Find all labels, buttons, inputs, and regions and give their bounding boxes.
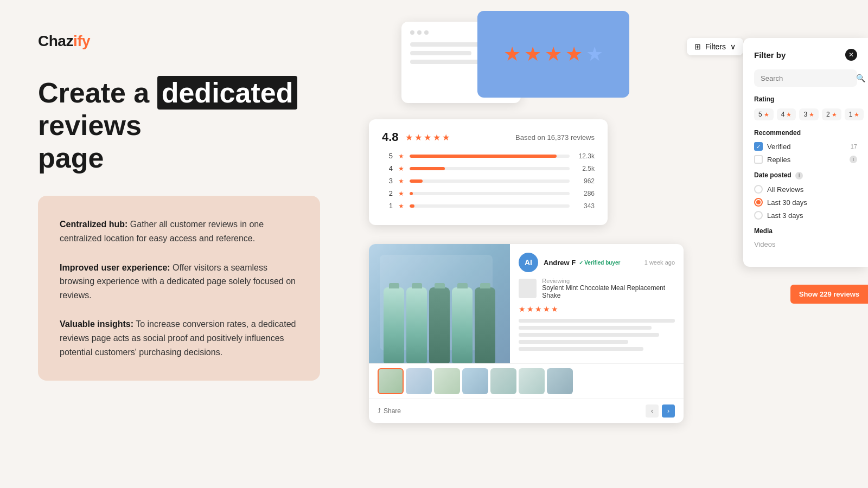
bar-label-1: 1 [382, 202, 393, 210]
browser-line-2 [410, 51, 471, 55]
bar-count-3: 962 [575, 177, 595, 185]
last-30-days-radio-row: Last 30 days [754, 198, 857, 207]
bar-label-3: 3 [382, 177, 393, 185]
media-filter-section: Media Videos [754, 227, 857, 248]
replies-label: Replies [767, 156, 843, 164]
filter-search-box[interactable]: 🔍 [754, 69, 857, 87]
review-line-4 [519, 340, 628, 344]
chip-2star[interactable]: 2 ★ [822, 108, 841, 120]
thumbnail-2[interactable] [406, 368, 432, 394]
bar-track-2[interactable] [410, 192, 570, 195]
reviewing-label: Reviewing [542, 278, 675, 284]
last-3-days-label: Last 3 days [767, 211, 803, 220]
bar-row-5: 5 ★ 12.3k [382, 152, 595, 160]
rating-filter-section: Rating 5 ★ 4 ★ 3 ★ 2 ★ 1 ★ [754, 95, 857, 120]
bar-track-5[interactable] [410, 155, 570, 158]
page-wrapper: Chazify Create a dedicated reviewspage C… [0, 0, 868, 488]
recommended-filter-title: Recommended [754, 129, 857, 137]
verified-badge: ✓ Verified buyer [579, 260, 620, 266]
verified-checkbox[interactable]: ✓ [754, 142, 763, 151]
chip-5star[interactable]: 5 ★ [754, 108, 774, 120]
media-filter-title: Media [754, 227, 857, 235]
search-icon: 🔍 [856, 74, 865, 82]
filter-search-input[interactable] [761, 74, 852, 82]
rating-chips: 5 ★ 4 ★ 3 ★ 2 ★ 1 ★ [754, 108, 857, 120]
rs-1: ★ [405, 132, 413, 143]
show-reviews-button[interactable]: Show 229 reviews [790, 285, 868, 304]
rev-star-2: ★ [527, 305, 534, 313]
prev-arrow[interactable]: ‹ [646, 404, 659, 418]
rating-total: Based on 16,373 reviews [515, 133, 595, 142]
bar-star-3: ★ [398, 177, 404, 185]
rating-score: 4.8 [382, 130, 399, 144]
share-button[interactable]: ⤴ Share [378, 407, 401, 415]
bottle-4 [452, 287, 473, 363]
filter-close-button[interactable]: ✕ [845, 49, 857, 61]
rs-5: ★ [442, 132, 450, 143]
replies-checkbox[interactable] [754, 155, 763, 164]
thumbnail-7[interactable] [547, 368, 573, 394]
dot-3 [424, 30, 429, 35]
thumbnail-4[interactable] [462, 368, 488, 394]
nav-arrows: ‹ › [646, 404, 675, 418]
all-reviews-radio-row: All Reviews [754, 185, 857, 194]
thumbnail-6[interactable] [519, 368, 545, 394]
verified-label: Verified buyer [584, 260, 620, 266]
chip-1star[interactable]: 1 ★ [845, 108, 864, 120]
thumbnail-3[interactable] [434, 368, 460, 394]
thumbnail-5[interactable] [490, 368, 516, 394]
features-box: Centralized hub: Gather all customer rev… [38, 196, 320, 381]
reviewer-row: AI Andrew F ✓ Verified buyer 1 week ago [519, 253, 675, 272]
rating-stars: ★ ★ ★ ★ ★ [405, 132, 450, 143]
review-product-image [369, 244, 510, 363]
star-2: ★ [524, 43, 541, 66]
feature-centralized-title: Centralized hub: [60, 220, 127, 229]
bar-row-4: 4 ★ 2.5k [382, 164, 595, 172]
all-reviews-radio[interactable] [754, 185, 763, 194]
chip-3star[interactable]: 3 ★ [799, 108, 819, 120]
bar-row-2: 2 ★ 286 [382, 189, 595, 197]
rating-filter-title: Rating [754, 95, 857, 103]
bar-track-4[interactable] [410, 167, 570, 170]
date-info-icon: i [795, 172, 803, 179]
check-icon: ✓ [579, 260, 583, 266]
last-3-days-radio[interactable] [754, 211, 763, 220]
bar-count-5: 12.3k [575, 152, 595, 160]
review-image-section: AI Andrew F ✓ Verified buyer 1 week ago [369, 244, 684, 363]
thumbnail-1[interactable] [378, 368, 404, 394]
bar-track-3[interactable] [410, 179, 570, 183]
filters-trigger[interactable]: ⊞ Filters ∨ [687, 38, 743, 55]
rating-bars: 5 ★ 12.3k 4 ★ 2.5k 3 ★ 962 2 ★ [382, 152, 595, 210]
last-30-days-radio[interactable] [754, 198, 763, 207]
bar-fill-4 [410, 167, 445, 170]
reviewer-info: Andrew F ✓ Verified buyer [544, 259, 639, 267]
bar-fill-3 [410, 179, 423, 183]
rev-star-1: ★ [519, 305, 526, 313]
review-line-1 [519, 319, 675, 323]
review-line-3 [519, 333, 659, 337]
page-headline: Create a dedicated reviewspage [38, 77, 320, 174]
feature-insights: Valuable insights: To increase conversio… [60, 317, 298, 359]
verified-label: Verified [767, 143, 846, 151]
left-section: Chazify Create a dedicated reviewspage C… [0, 0, 358, 488]
review-line-5 [519, 347, 643, 351]
reviewer-name-text: Andrew F [544, 259, 576, 267]
stars-illustration-card: ★ ★ ★ ★ ★ [477, 11, 629, 98]
next-arrow[interactable]: › [662, 404, 675, 418]
share-icon: ⤴ [378, 407, 381, 415]
review-card: AI Andrew F ✓ Verified buyer 1 week ago [369, 244, 684, 423]
product-name: Soylent Mint Chocolate Meal Replacement … [542, 284, 675, 299]
bottle-1 [384, 287, 404, 363]
rating-header: 4.8 ★ ★ ★ ★ ★ Based on 16,373 reviews [382, 130, 595, 144]
recommended-filter-section: Recommended ✓ Verified 17 Replies i [754, 129, 857, 164]
chip-4star[interactable]: 4 ★ [777, 108, 796, 120]
bar-label-2: 2 [382, 189, 393, 197]
review-stars: ★ ★ ★ ★ ★ [519, 305, 675, 313]
bar-star-4: ★ [398, 165, 404, 172]
bar-fill-2 [410, 192, 413, 195]
bar-track-1[interactable] [410, 204, 570, 208]
star-3: ★ [545, 43, 562, 66]
bar-row-1: 1 ★ 343 [382, 202, 595, 210]
review-text-placeholder [519, 319, 675, 351]
bar-count-2: 286 [575, 190, 595, 197]
